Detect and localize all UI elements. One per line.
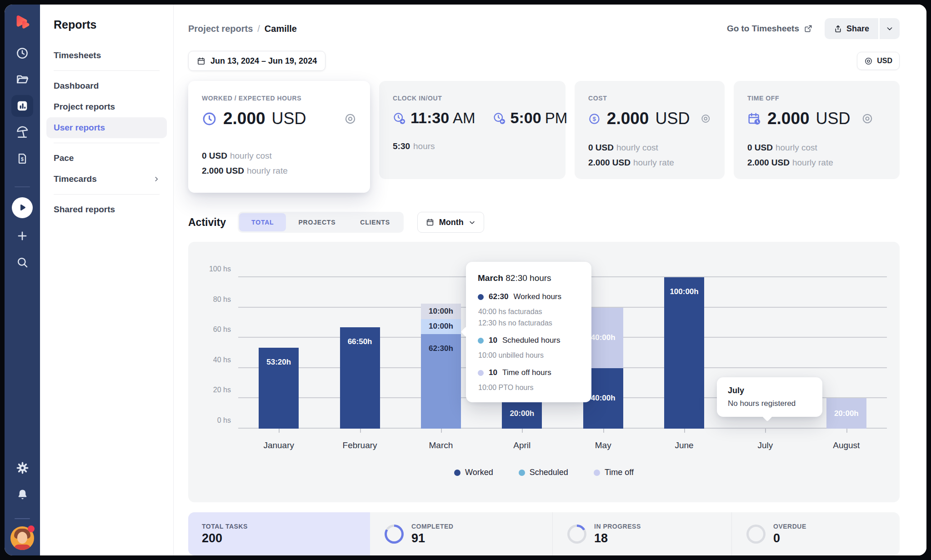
tab-total[interactable]: TOTAL (239, 213, 286, 231)
worked-bar-segment[interactable]: 100:00h (664, 277, 704, 429)
y-axis-tick-label: 60 hs (199, 325, 231, 334)
svg-text:$: $ (593, 115, 596, 122)
legend-worked[interactable]: Worked (454, 468, 493, 477)
month-label: March (400, 440, 481, 450)
worked-dot-icon (478, 294, 484, 300)
add-plus-icon[interactable] (15, 228, 30, 244)
month-label: April (481, 440, 562, 450)
reports-icon-active[interactable] (11, 95, 33, 117)
bar-value-label: 20:00h (502, 409, 542, 418)
chart-legend: Worked Scheduled Time off (188, 468, 900, 477)
sidebar-title: Reports (40, 15, 173, 45)
worked-bar-segment[interactable]: 66:50h (340, 327, 380, 429)
sidebar-item-timesheets[interactable]: Timesheets (46, 45, 167, 66)
notifications-bell-icon[interactable] (15, 486, 30, 502)
legend-timeoff[interactable]: Time off (594, 468, 634, 477)
time-off-bar-segment[interactable]: 20:00h (826, 398, 866, 429)
activity-chart-panel: 0 hs20 hs40 hs60 hs80 hs100 hs 53:20h66:… (188, 242, 900, 502)
march-tooltip: March 82:30 hours 62:30Worked hours 40:0… (466, 262, 591, 402)
tab-clients[interactable]: CLIENTS (348, 213, 402, 231)
projects-folder-icon[interactable] (15, 72, 30, 87)
time-off-bar-segment[interactable]: 10:00h (421, 304, 461, 319)
x-axis-tick (846, 429, 847, 433)
currency-toggle[interactable]: USD (857, 52, 900, 70)
y-axis-tick-label: 80 hs (199, 295, 231, 304)
user-avatar[interactable] (10, 526, 34, 550)
activity-section-title: Activity (188, 216, 226, 229)
clock-out-icon (493, 112, 506, 125)
overdue-stat: OVERDUE 0 (731, 512, 900, 555)
worked-bar-segment[interactable]: 53:20h (259, 348, 299, 429)
chart-column-january[interactable]: 53:20h (238, 277, 319, 429)
search-icon[interactable] (15, 255, 30, 270)
time-off-umbrella-icon[interactable] (15, 125, 30, 140)
x-axis-tick (684, 429, 685, 433)
invoices-icon[interactable]: $ (15, 151, 30, 166)
completed-ring (385, 525, 404, 544)
hourly-rate-row: 2.000 USDhourly rate (747, 155, 886, 170)
card-title: CLOCK IN/OUT (393, 95, 552, 102)
time-off-card: TIME OFF 2.000 USD 0 USDhourly cost 2.00… (734, 81, 900, 179)
worked-bar-segment[interactable]: 20:00h (502, 398, 542, 429)
worked-expected-hours-card: WORKED / EXPECTED HOURS 2.000 USD 0 USDh… (188, 81, 370, 193)
bar-value-label: 66:50h (340, 337, 380, 346)
share-button[interactable]: Share (825, 18, 878, 39)
sidebar-divider (54, 194, 160, 195)
chart-column-june[interactable]: 100:00h (644, 277, 725, 429)
tab-projects[interactable]: PROJECTS (286, 213, 348, 231)
sidebar-item-shared-reports[interactable]: Shared reports (46, 199, 167, 220)
eye-icon[interactable] (701, 113, 711, 125)
july-tooltip: July No hours registered (717, 377, 822, 417)
x-axis-tick (765, 429, 766, 433)
share-split-button: Share (825, 18, 900, 39)
total-clocked-hours: 5:30hours (393, 141, 552, 151)
month-label: May (563, 440, 644, 450)
chart-column-february[interactable]: 66:50h (319, 277, 400, 429)
scheduled-bar-segment[interactable]: 10:00h (421, 319, 461, 334)
settings-gear-icon[interactable] (15, 460, 30, 475)
sidebar-item-pace[interactable]: Pace (46, 148, 167, 169)
legend-scheduled[interactable]: Scheduled (519, 468, 568, 477)
dollar-circle-icon: $ (588, 112, 601, 126)
y-axis-tick-label: 20 hs (199, 386, 231, 394)
clock-out-value: 5:00PM (493, 109, 568, 127)
scheduled-dot-icon (478, 338, 484, 344)
rail-divider (15, 186, 30, 187)
y-axis-tick-label: 0 hs (199, 416, 231, 425)
main-content: Project reports / Camille Go to Timeshee… (174, 5, 926, 555)
eye-icon[interactable] (861, 113, 873, 125)
start-timer-button[interactable] (12, 197, 33, 218)
sidebar-divider (54, 70, 160, 71)
bar-value-label: 100:00h (664, 287, 704, 296)
sidebar-item-project-reports[interactable]: Project reports (46, 96, 167, 117)
breadcrumb-parent[interactable]: Project reports (188, 24, 253, 34)
hourly-cost-row: 0 USDhourly cost (202, 148, 356, 163)
timeoff-dot-icon (478, 370, 484, 376)
x-axis-tick (603, 429, 604, 433)
hourly-rate-row: 2.000 USDhourly rate (202, 163, 356, 178)
x-axis-tick (441, 429, 442, 433)
sidebar-item-user-reports[interactable]: User reports (46, 117, 167, 138)
clock-in-icon (393, 112, 405, 125)
worked-bar-segment[interactable]: 62:30h (421, 334, 461, 429)
app-logo-icon[interactable] (13, 14, 32, 33)
task-stats-row: TOTAL TASKS 200 COMPLETED 91 IN PROGRESS… (188, 512, 900, 555)
tooltip-scheduled-row: 10Scheduled hours (478, 336, 580, 345)
month-label: January (238, 440, 319, 450)
sidebar-item-timecards[interactable]: Timecards (46, 169, 167, 190)
time-tracker-icon[interactable] (15, 45, 30, 61)
in-progress-stat: IN PROGRESS 18 (552, 512, 731, 555)
app-window: $ (5, 5, 926, 555)
go-to-timesheets-link[interactable]: Go to Timesheets (727, 24, 813, 34)
date-range-picker[interactable]: Jun 13, 2024 – Jun 19, 2024 (188, 51, 325, 71)
eye-icon[interactable] (344, 113, 356, 125)
share-menu-caret[interactable] (880, 18, 900, 39)
breadcrumb-current: Camille (265, 24, 297, 34)
month-label: August (806, 440, 887, 450)
rail-bottom-group (10, 460, 34, 550)
clock-in-out-card: CLOCK IN/OUT 11:30AM (379, 81, 566, 179)
period-selector[interactable]: Month (417, 212, 484, 233)
sidebar-item-dashboard[interactable]: Dashboard (46, 75, 167, 96)
timeoff-dot-icon (594, 470, 600, 476)
card-title: WORKED / EXPECTED HOURS (202, 95, 356, 102)
